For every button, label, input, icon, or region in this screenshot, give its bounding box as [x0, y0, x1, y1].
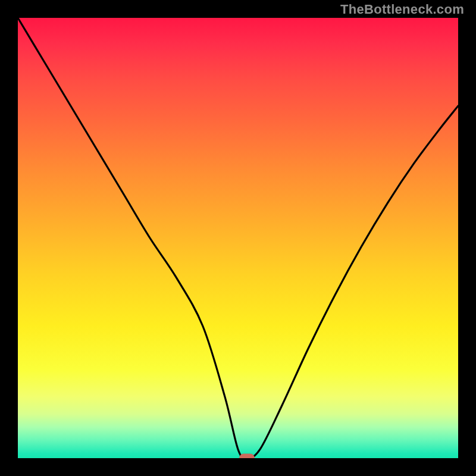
plot-area	[18, 18, 458, 458]
chart-frame: TheBottleneck.com	[0, 0, 476, 476]
watermark-text: TheBottleneck.com	[340, 2, 464, 17]
bottleneck-curve	[18, 18, 458, 458]
optimal-point-marker	[239, 454, 255, 459]
